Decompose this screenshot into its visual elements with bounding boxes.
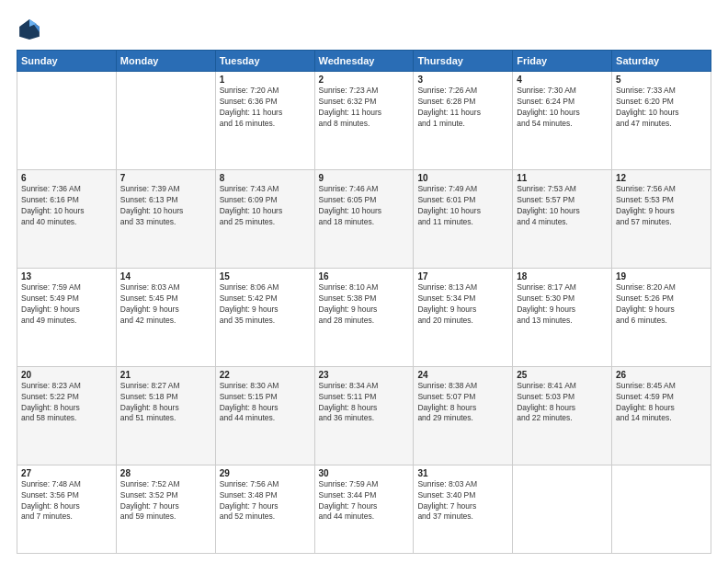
weekday-header: Thursday xyxy=(414,51,513,72)
calendar-cell: 22Sunrise: 8:30 AM Sunset: 5:15 PM Dayli… xyxy=(215,366,314,465)
day-number: 5 xyxy=(616,75,707,85)
calendar-cell: 13Sunrise: 7:59 AM Sunset: 5:49 PM Dayli… xyxy=(17,268,117,366)
calendar-cell: 12Sunrise: 7:56 AM Sunset: 5:53 PM Dayli… xyxy=(612,169,711,268)
day-number: 15 xyxy=(220,271,311,282)
day-number: 7 xyxy=(120,173,211,183)
day-number: 22 xyxy=(220,370,311,380)
day-info: Sunrise: 8:03 AM Sunset: 3:40 PM Dayligh… xyxy=(417,479,508,523)
day-number: 27 xyxy=(21,468,112,478)
calendar-cell xyxy=(612,465,711,553)
day-number: 31 xyxy=(417,468,508,478)
day-info: Sunrise: 8:13 AM Sunset: 5:34 PM Dayligh… xyxy=(417,282,508,327)
calendar-cell: 9Sunrise: 7:46 AM Sunset: 6:05 PM Daylig… xyxy=(314,169,414,268)
calendar-week-row: 13Sunrise: 7:59 AM Sunset: 5:49 PM Dayli… xyxy=(17,268,711,366)
calendar-cell: 17Sunrise: 8:13 AM Sunset: 5:34 PM Dayli… xyxy=(414,268,513,366)
calendar-cell: 21Sunrise: 8:27 AM Sunset: 5:18 PM Dayli… xyxy=(116,366,215,465)
day-number: 18 xyxy=(517,271,608,282)
weekday-header: Sunday xyxy=(17,51,117,72)
day-info: Sunrise: 7:33 AM Sunset: 6:20 PM Dayligh… xyxy=(616,86,707,130)
weekday-header: Monday xyxy=(116,51,215,72)
calendar-cell: 3Sunrise: 7:26 AM Sunset: 6:28 PM Daylig… xyxy=(414,72,513,170)
calendar-cell: 7Sunrise: 7:39 AM Sunset: 6:13 PM Daylig… xyxy=(116,169,215,268)
calendar-body: 1Sunrise: 7:20 AM Sunset: 6:36 PM Daylig… xyxy=(17,72,711,554)
day-number: 11 xyxy=(517,173,608,183)
day-number: 24 xyxy=(417,370,508,380)
day-number: 26 xyxy=(616,370,707,380)
day-info: Sunrise: 7:30 AM Sunset: 6:24 PM Dayligh… xyxy=(517,86,608,130)
calendar-week-row: 6Sunrise: 7:36 AM Sunset: 6:16 PM Daylig… xyxy=(17,169,711,268)
day-info: Sunrise: 7:46 AM Sunset: 6:05 PM Dayligh… xyxy=(319,184,410,228)
header xyxy=(17,17,711,42)
calendar-cell: 24Sunrise: 8:38 AM Sunset: 5:07 PM Dayli… xyxy=(414,366,513,465)
day-number: 21 xyxy=(120,370,211,380)
calendar-cell xyxy=(116,72,215,170)
day-info: Sunrise: 8:45 AM Sunset: 4:59 PM Dayligh… xyxy=(616,381,707,425)
day-number: 6 xyxy=(21,173,112,183)
logo-icon xyxy=(17,17,42,42)
calendar-cell: 15Sunrise: 8:06 AM Sunset: 5:42 PM Dayli… xyxy=(215,268,314,366)
calendar-week-row: 20Sunrise: 8:23 AM Sunset: 5:22 PM Dayli… xyxy=(17,366,711,465)
calendar-cell xyxy=(17,72,117,170)
calendar-cell: 28Sunrise: 7:52 AM Sunset: 3:52 PM Dayli… xyxy=(116,465,215,553)
day-number: 19 xyxy=(616,271,707,282)
calendar-cell: 16Sunrise: 8:10 AM Sunset: 5:38 PM Dayli… xyxy=(314,268,414,366)
calendar-header-row: SundayMondayTuesdayWednesdayThursdayFrid… xyxy=(17,51,711,72)
calendar-cell: 4Sunrise: 7:30 AM Sunset: 6:24 PM Daylig… xyxy=(513,72,612,170)
day-number: 20 xyxy=(21,370,112,380)
day-number: 8 xyxy=(220,173,311,183)
day-number: 4 xyxy=(517,75,608,85)
day-info: Sunrise: 8:41 AM Sunset: 5:03 PM Dayligh… xyxy=(517,381,608,425)
day-info: Sunrise: 7:49 AM Sunset: 6:01 PM Dayligh… xyxy=(417,184,508,228)
calendar-cell: 14Sunrise: 8:03 AM Sunset: 5:45 PM Dayli… xyxy=(116,268,215,366)
day-number: 14 xyxy=(120,271,211,282)
calendar-cell: 2Sunrise: 7:23 AM Sunset: 6:32 PM Daylig… xyxy=(314,72,414,170)
day-info: Sunrise: 8:20 AM Sunset: 5:26 PM Dayligh… xyxy=(616,282,707,327)
day-info: Sunrise: 8:38 AM Sunset: 5:07 PM Dayligh… xyxy=(417,381,508,425)
day-info: Sunrise: 8:17 AM Sunset: 5:30 PM Dayligh… xyxy=(517,282,608,327)
day-info: Sunrise: 7:39 AM Sunset: 6:13 PM Dayligh… xyxy=(120,184,211,228)
day-info: Sunrise: 7:59 AM Sunset: 3:44 PM Dayligh… xyxy=(319,479,410,523)
day-info: Sunrise: 7:59 AM Sunset: 5:49 PM Dayligh… xyxy=(21,282,112,327)
day-info: Sunrise: 8:34 AM Sunset: 5:11 PM Dayligh… xyxy=(319,381,410,425)
day-info: Sunrise: 7:43 AM Sunset: 6:09 PM Dayligh… xyxy=(220,184,311,228)
day-info: Sunrise: 7:56 AM Sunset: 5:53 PM Dayligh… xyxy=(616,184,707,228)
day-info: Sunrise: 8:27 AM Sunset: 5:18 PM Dayligh… xyxy=(120,381,211,425)
day-info: Sunrise: 7:53 AM Sunset: 5:57 PM Dayligh… xyxy=(517,184,608,228)
page: SundayMondayTuesdayWednesdayThursdayFrid… xyxy=(0,0,728,563)
day-number: 1 xyxy=(220,75,311,85)
day-number: 23 xyxy=(319,370,410,380)
calendar-cell: 11Sunrise: 7:53 AM Sunset: 5:57 PM Dayli… xyxy=(513,169,612,268)
day-number: 16 xyxy=(319,271,410,282)
day-number: 28 xyxy=(120,468,211,478)
day-info: Sunrise: 8:03 AM Sunset: 5:45 PM Dayligh… xyxy=(120,282,211,327)
weekday-header: Wednesday xyxy=(314,51,414,72)
day-info: Sunrise: 7:48 AM Sunset: 3:56 PM Dayligh… xyxy=(21,479,112,523)
calendar-cell: 1Sunrise: 7:20 AM Sunset: 6:36 PM Daylig… xyxy=(215,72,314,170)
day-info: Sunrise: 8:30 AM Sunset: 5:15 PM Dayligh… xyxy=(220,381,311,425)
calendar-cell: 8Sunrise: 7:43 AM Sunset: 6:09 PM Daylig… xyxy=(215,169,314,268)
calendar-cell: 25Sunrise: 8:41 AM Sunset: 5:03 PM Dayli… xyxy=(513,366,612,465)
calendar-cell: 5Sunrise: 7:33 AM Sunset: 6:20 PM Daylig… xyxy=(612,72,711,170)
day-info: Sunrise: 7:56 AM Sunset: 3:48 PM Dayligh… xyxy=(220,479,311,523)
weekday-header: Tuesday xyxy=(215,51,314,72)
calendar-cell xyxy=(513,465,612,553)
calendar-cell: 27Sunrise: 7:48 AM Sunset: 3:56 PM Dayli… xyxy=(17,465,117,553)
calendar-cell: 10Sunrise: 7:49 AM Sunset: 6:01 PM Dayli… xyxy=(414,169,513,268)
calendar: SundayMondayTuesdayWednesdayThursdayFrid… xyxy=(17,50,711,554)
weekday-header: Saturday xyxy=(612,51,711,72)
calendar-week-row: 1Sunrise: 7:20 AM Sunset: 6:36 PM Daylig… xyxy=(17,72,711,170)
calendar-week-row: 27Sunrise: 7:48 AM Sunset: 3:56 PM Dayli… xyxy=(17,465,711,553)
day-info: Sunrise: 7:20 AM Sunset: 6:36 PM Dayligh… xyxy=(220,86,311,130)
calendar-cell: 26Sunrise: 8:45 AM Sunset: 4:59 PM Dayli… xyxy=(612,366,711,465)
day-number: 3 xyxy=(417,75,508,85)
day-info: Sunrise: 7:52 AM Sunset: 3:52 PM Dayligh… xyxy=(120,479,211,523)
day-number: 2 xyxy=(319,75,410,85)
calendar-cell: 6Sunrise: 7:36 AM Sunset: 6:16 PM Daylig… xyxy=(17,169,117,268)
day-info: Sunrise: 8:23 AM Sunset: 5:22 PM Dayligh… xyxy=(21,381,112,425)
calendar-cell: 19Sunrise: 8:20 AM Sunset: 5:26 PM Dayli… xyxy=(612,268,711,366)
weekday-header: Friday xyxy=(513,51,612,72)
day-number: 17 xyxy=(417,271,508,282)
day-info: Sunrise: 8:06 AM Sunset: 5:42 PM Dayligh… xyxy=(220,282,311,327)
day-number: 9 xyxy=(319,173,410,183)
calendar-cell: 29Sunrise: 7:56 AM Sunset: 3:48 PM Dayli… xyxy=(215,465,314,553)
